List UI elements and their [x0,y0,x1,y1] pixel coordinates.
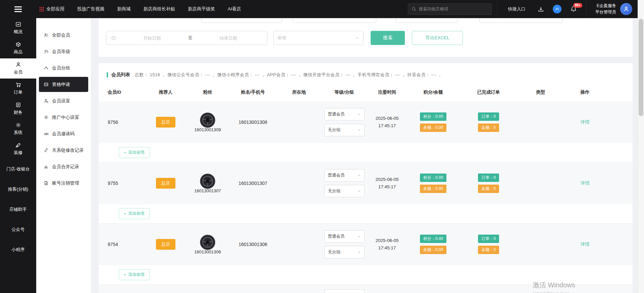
level-select[interactable]: 普通会员 [324,108,365,120]
filter-input-partial[interactable] [479,18,563,23]
group-value: 无分组 [328,127,341,133]
table-header-row: 会员ID 推荐人 粉丝 姓名/手机号 所在地 等级/分组 注册时间 积分/余额 … [99,84,633,101]
rail-item-system[interactable]: 系统 [0,119,36,139]
member-id: 9754 [107,242,146,247]
main-content: 至 标签 搜索 导出EXCEL 会员列表 总数： 1516 ， 微信公众号会员：… [91,18,638,293]
fans-count: 16013001308 [194,127,221,132]
vertical-scrollbar[interactable] [638,0,644,293]
sidebar-item-qualification[interactable]: 资格申请 [39,77,88,92]
add-tag-button[interactable]: +添加标签 [119,208,150,219]
sidebar-label: 关系链修改记录 [52,147,84,153]
scrollbar-thumb[interactable] [639,19,643,116]
notifications-button[interactable]: 99+ [570,6,577,12]
filter-input-partial[interactable] [396,18,458,23]
start-date-input[interactable] [118,36,186,41]
referrer-badge[interactable]: 总店 [156,117,175,128]
sidebar-item-all-members[interactable]: 全部会员 [36,27,91,43]
tag-select[interactable]: 标签 [273,31,364,45]
export-excel-button[interactable]: 导出EXCEL [412,31,463,45]
download-button[interactable] [538,6,544,12]
level-value: 普通会员 [328,111,345,117]
chevron-down-icon [357,174,361,177]
rail-item-distribution[interactable]: 推客(分销) [0,179,36,199]
sidebar-label: 会员合并记录 [52,164,79,170]
add-tag-button[interactable]: +添加标签 [119,147,150,158]
rail-item-shop-assistant[interactable]: 店铺助手 [0,199,36,219]
sidebar-item-account-deletion[interactable]: 账号注销管理 [36,175,91,191]
download-icon [538,6,544,12]
top-navigation: 全部应用 投放广告视频 新商城 新店商组长补贴 新店商平级奖 AI看店 [40,6,241,12]
file-icon [44,181,49,186]
sidebar-item-relation-records[interactable]: 关系链修改记录 [36,142,91,158]
group-select[interactable]: 无分组 [324,124,365,136]
rail-item-orders[interactable]: 订单 [0,79,36,99]
nav-leader-subsidy[interactable]: 新店商组长补贴 [144,6,175,12]
finance-icon [15,102,21,108]
rail-item-decorate[interactable]: 装修 [0,139,36,159]
rail-item-mini-program[interactable]: 小程序 [0,240,36,260]
group-select[interactable]: 无分组 [324,185,365,197]
nav-ad-video[interactable]: 投放广告视频 [77,6,104,12]
member-avatar[interactable] [200,235,215,250]
referrer-badge[interactable]: 总店 [156,178,175,189]
add-tag-area: +添加标签 [99,204,633,223]
detail-link[interactable]: 详情 [581,242,590,247]
level-select[interactable] [324,289,365,293]
search-input[interactable] [419,7,488,11]
sidebar-label: 会员等级 [52,49,70,55]
col-type: 类型 [518,89,563,95]
rail-item-goods[interactable]: 商品 [0,38,36,58]
nav-new-mall[interactable]: 新商城 [117,6,131,12]
member-avatar[interactable] [200,112,215,128]
col-register-time: 注册时间 [367,89,407,95]
rail-item-overview[interactable]: 概况 [0,18,36,38]
level-value: 普通会员 [328,173,345,178]
quick-entry-link[interactable]: 快捷入口 [508,6,526,12]
referrer-badge[interactable]: 总店 [156,239,175,250]
order-icon [15,82,21,88]
register-date: 2025-06-05 [367,115,407,122]
group-select[interactable]: 无分组 [324,246,365,258]
register-time: 17:45:17 [367,183,407,191]
sidebar-item-member-level[interactable]: 会员等级 [36,43,91,60]
topbar: 全部应用 投放广告视频 新商城 新店商组长补贴 新店商平级奖 AI看店 快捷入口… [0,0,638,18]
filter-row: 至 标签 搜索 导出EXCEL [106,31,625,45]
group-icon [44,65,49,70]
member-id: 9755 [107,181,146,186]
level-select[interactable]: 普通会员 [324,169,365,182]
detail-link[interactable]: 详情 [581,181,590,186]
global-search[interactable] [408,3,492,15]
member-avatar[interactable] [200,174,215,189]
link-icon [44,148,49,153]
filter-input-partial[interactable] [292,18,376,23]
customer-service-button[interactable] [553,5,561,13]
nav-ai-shop[interactable]: AI看店 [228,6,241,12]
chevron-down-icon [357,250,361,254]
end-date-input[interactable] [195,36,263,41]
rail-item-official-account[interactable]: 公众号 [0,219,36,240]
add-tag-button[interactable]: +添加标签 [119,269,150,280]
avatar[interactable] [620,3,632,15]
nav-all-apps[interactable]: 全部应用 [40,6,64,12]
date-range-picker[interactable]: 至 [106,31,267,45]
user-account[interactable]: E企盈服务 平台管理员 [595,3,638,16]
rail-item-finance[interactable]: 财务 [0,99,36,119]
rail-item-members[interactable]: 会员 [0,58,36,79]
sidebar-item-invite-code[interactable]: </> 会员邀请码 [36,126,91,142]
nav-label: 全部应用 [46,6,64,12]
level-select[interactable]: 普通会员 [324,230,365,243]
hamburger-menu-button[interactable] [0,6,36,12]
detail-link[interactable]: 详情 [581,119,590,125]
sidebar-item-member-group[interactable]: 会员分组 [36,60,91,76]
filter-input-partial[interactable] [201,18,282,23]
sidebar-item-promotion-settings[interactable]: 推广中心设置 [36,109,91,126]
sidebar-item-member-settings[interactable]: 会员设置 [36,93,91,109]
search-button[interactable]: 搜索 [371,31,405,45]
primary-sidebar: 概况 商品 会员 订单 财务 系统 装修 门店-收银台 推客(分销) 店铺助手 … [0,18,36,293]
nav-peer-award[interactable]: 新店商平级奖 [188,6,215,12]
chart-icon [44,164,49,169]
rail-item-pos[interactable]: 门店-收银台 [0,159,36,179]
rail-label: 店铺助手 [9,206,27,212]
col-location: 所在地 [276,89,322,95]
sidebar-item-merge-records[interactable]: 会员合并记录 [36,158,91,175]
